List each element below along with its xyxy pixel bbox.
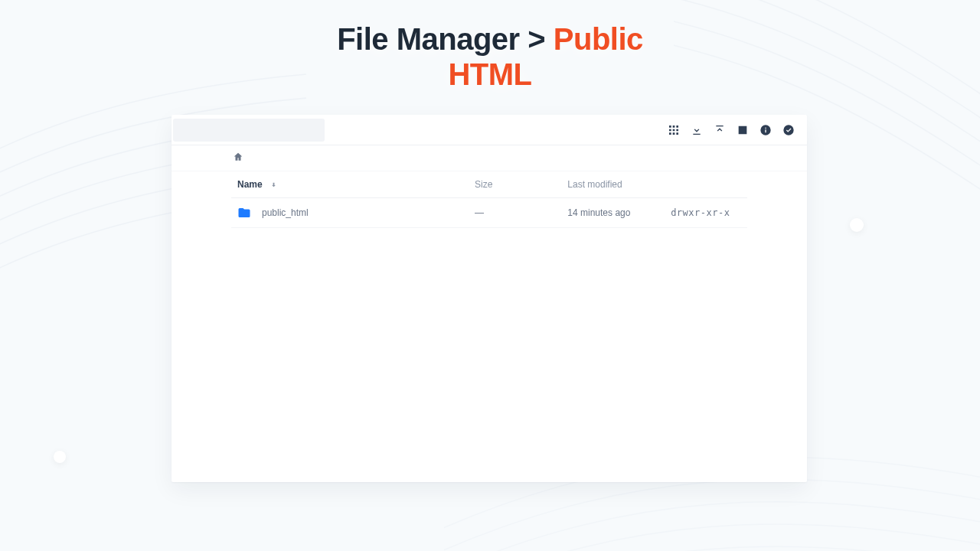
row-name-cell: public_html [237,206,462,220]
table-row[interactable]: public_html — 14 minutes ago drwxr-xr-x [231,198,747,228]
table-header-row: Name Size Last modified [231,171,747,198]
file-manager-panel: Name Size Last modified [172,115,807,482]
search-input[interactable] [173,119,325,142]
row-modified: 14 minutes ago [567,207,630,218]
check-circle-icon[interactable] [782,124,795,136]
file-table-wrap: Name Size Last modified [172,171,807,228]
page-title-part1: File Manager [337,22,520,56]
breadcrumb-bar [172,145,807,171]
row-size: — [475,207,484,218]
toolbar [172,115,807,145]
col-perm [665,171,747,198]
col-size-label: Size [475,179,492,190]
page-title: File Manager > Public HTML [322,21,658,92]
upload-icon[interactable] [714,124,726,136]
stats-icon[interactable] [737,124,749,136]
sort-desc-icon [270,179,278,190]
col-modified[interactable]: Last modified [561,171,665,198]
folder-icon [237,206,251,220]
col-modified-label: Last modified [567,179,622,190]
info-icon[interactable] [760,124,772,136]
file-table: Name Size Last modified [231,171,747,228]
grid-view-icon[interactable] [668,124,680,136]
row-perm: drwxr-xr-x [671,207,730,218]
home-icon[interactable] [233,152,243,165]
download-icon[interactable] [691,124,703,136]
col-size[interactable]: Size [469,171,561,198]
toolbar-icons [668,124,799,136]
page-title-sep: > [520,22,554,56]
col-name-label: Name [237,179,263,190]
col-name[interactable]: Name [231,171,469,198]
row-name: public_html [262,207,309,218]
